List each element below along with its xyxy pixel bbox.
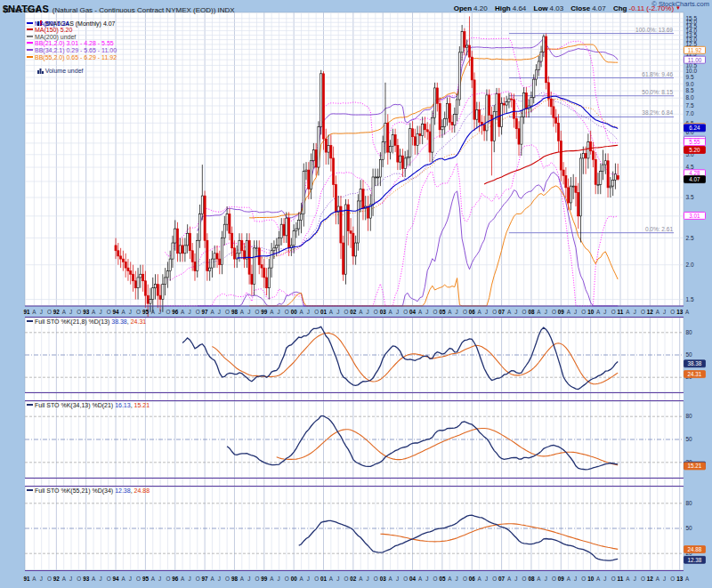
svg-text:05: 05 bbox=[439, 576, 446, 582]
svg-text:A: A bbox=[32, 309, 36, 315]
svg-text:J: J bbox=[69, 309, 72, 315]
svg-text:10: 10 bbox=[587, 309, 595, 315]
stoch2-d-value: 15.21 bbox=[134, 402, 150, 408]
svg-text:O: O bbox=[611, 309, 616, 315]
svg-text:7.5: 7.5 bbox=[686, 102, 694, 109]
svg-text:A: A bbox=[537, 576, 541, 582]
svg-text:O: O bbox=[107, 309, 111, 315]
high-label: High bbox=[495, 4, 511, 12]
chg-label: Chg bbox=[613, 4, 627, 12]
svg-text:61.8%: 9.46: 61.8%: 9.46 bbox=[642, 71, 673, 77]
svg-text:A: A bbox=[567, 309, 571, 315]
bb55-legend-label: BB(55,2.0) 0.65 - 6.29 - 11.92 bbox=[35, 54, 117, 60]
svg-text:09: 09 bbox=[558, 576, 565, 582]
chg-value: -0.11 (-2.70%) bbox=[629, 4, 675, 12]
svg-text:94: 94 bbox=[113, 309, 120, 315]
svg-text:O: O bbox=[670, 576, 675, 582]
svg-text:J: J bbox=[396, 576, 399, 582]
stoch1-legend: Full STO %K(21,8) %D(13) 38.38, 24.31 bbox=[27, 318, 146, 326]
bb55-swatch-icon bbox=[27, 56, 33, 58]
svg-text:J: J bbox=[277, 576, 279, 582]
svg-text:O: O bbox=[641, 576, 645, 582]
stoch2-k-value: 16.13 bbox=[115, 402, 131, 408]
svg-text:A: A bbox=[389, 576, 393, 582]
svg-text:O: O bbox=[552, 576, 556, 582]
svg-text:J: J bbox=[663, 576, 666, 582]
svg-text:O: O bbox=[403, 309, 408, 315]
svg-text:15.21: 15.21 bbox=[688, 463, 702, 469]
svg-text:11: 11 bbox=[618, 309, 624, 315]
bb34-legend-label: BB(34,2.1) 0.29 - 5.65 - 11.00 bbox=[35, 47, 117, 53]
svg-text:J: J bbox=[247, 309, 250, 315]
svg-text:O: O bbox=[285, 576, 289, 582]
svg-text:O: O bbox=[581, 309, 586, 315]
svg-text:24.31: 24.31 bbox=[688, 371, 702, 377]
svg-text:J: J bbox=[603, 309, 606, 315]
volume-legend-label: Volume undef bbox=[45, 68, 84, 74]
svg-text:O: O bbox=[344, 576, 349, 582]
svg-text:A: A bbox=[181, 576, 185, 582]
svg-text:A: A bbox=[62, 309, 67, 315]
svg-text:A: A bbox=[210, 576, 214, 582]
svg-text:A: A bbox=[685, 309, 690, 315]
change-direction-icon: ▼ bbox=[676, 5, 681, 11]
svg-text:8.0: 8.0 bbox=[686, 94, 694, 101]
stoch1-k-value: 38.38 bbox=[111, 318, 127, 325]
svg-text:O: O bbox=[107, 576, 111, 582]
ma200-swatch-icon bbox=[27, 36, 33, 37]
svg-text:11: 11 bbox=[618, 576, 624, 582]
svg-text:J: J bbox=[545, 309, 547, 315]
svg-text:91: 91 bbox=[24, 576, 31, 582]
svg-text:A: A bbox=[596, 309, 601, 315]
svg-text:91: 91 bbox=[24, 309, 31, 315]
svg-text:A: A bbox=[478, 309, 482, 315]
svg-text:80: 80 bbox=[686, 329, 693, 335]
svg-text:J: J bbox=[158, 309, 161, 315]
svg-text:A: A bbox=[478, 576, 482, 582]
svg-text:96: 96 bbox=[172, 309, 179, 315]
bb21-swatch-icon bbox=[27, 42, 33, 44]
stoch1-d-value: 24.31 bbox=[131, 318, 147, 325]
svg-text:J: J bbox=[336, 309, 339, 315]
svg-text:J: J bbox=[634, 309, 636, 315]
svg-text:J: J bbox=[40, 309, 43, 315]
svg-text:O: O bbox=[196, 309, 200, 315]
svg-text:01: 01 bbox=[320, 309, 328, 315]
svg-text:3.5: 3.5 bbox=[686, 194, 694, 200]
stoch3-d-value: 24.88 bbox=[134, 487, 150, 494]
svg-text:O: O bbox=[47, 309, 52, 315]
svg-text:99: 99 bbox=[261, 309, 268, 315]
svg-text:07: 07 bbox=[498, 576, 506, 582]
svg-text:6.24: 6.24 bbox=[689, 125, 700, 131]
price-axis: 1.52.02.53.03.54.04.55.05.56.06.57.07.58… bbox=[684, 15, 706, 302]
svg-text:A: A bbox=[240, 309, 245, 315]
svg-text:A: A bbox=[626, 309, 630, 315]
svg-text:A: A bbox=[448, 576, 452, 582]
svg-text:50: 50 bbox=[686, 436, 693, 442]
svg-text:J: J bbox=[218, 309, 221, 315]
svg-text:J: J bbox=[485, 576, 488, 582]
ma150-legend-label: MA(150) 5.20 bbox=[35, 27, 72, 33]
svg-text:A: A bbox=[151, 576, 156, 582]
svg-text:11.00: 11.00 bbox=[688, 57, 702, 63]
svg-text:J: J bbox=[574, 576, 577, 582]
bb21-legend-label: BB(21,2.0) 3.01 - 4.28 - 5.55 bbox=[35, 40, 114, 46]
svg-text:A: A bbox=[507, 309, 512, 315]
svg-text:A: A bbox=[240, 576, 245, 582]
svg-text:J: J bbox=[129, 309, 132, 315]
svg-text:7.0: 7.0 bbox=[686, 110, 694, 117]
stoch1-swatch-icon bbox=[27, 320, 33, 322]
stoch3-swatch-icon bbox=[27, 489, 33, 491]
svg-text:10: 10 bbox=[587, 576, 595, 582]
stoch2-swatch-icon bbox=[27, 404, 33, 406]
svg-text:J: J bbox=[307, 576, 310, 582]
ma150-swatch-icon bbox=[27, 28, 33, 30]
svg-text:O: O bbox=[433, 576, 438, 582]
svg-text:J: J bbox=[188, 309, 190, 315]
main-chart-legend: $NATGAS (Monthly) 4.07 MA(50) 6.24 MA(15… bbox=[27, 13, 117, 68]
stoch2-legend-label: Full STO %K(34,13) %D(21) bbox=[35, 402, 113, 408]
stoch2-legend: Full STO %K(34,13) %D(21) 16.13, 15.21 bbox=[27, 402, 150, 409]
svg-text:100.0%: 13.69: 100.0%: 13.69 bbox=[635, 27, 673, 33]
svg-text:O: O bbox=[166, 309, 170, 315]
volume-icon bbox=[37, 68, 44, 76]
